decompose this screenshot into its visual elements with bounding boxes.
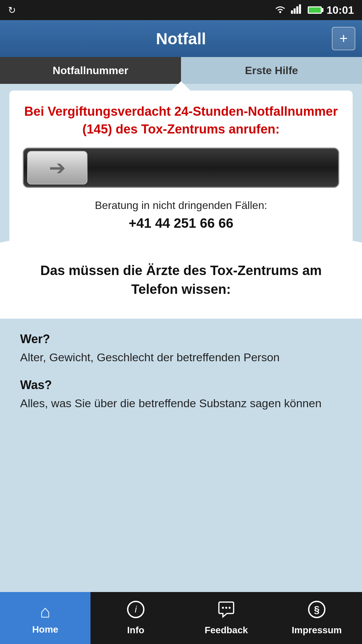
slide-handle: ➔ — [27, 151, 87, 184]
tab-bar: Notfallnummer Erste Hilfe — [0, 57, 362, 84]
alert-text: Bei Vergiftungsverdacht 24-Stunden-Notfa… — [23, 103, 339, 138]
nav-item-impressum[interactable]: § Impressum — [272, 592, 362, 644]
app-header: Notfall + — [0, 20, 362, 57]
list-item: Wer? Alter, Gewicht, Geschlecht der betr… — [20, 332, 342, 366]
plus-icon: + — [340, 32, 348, 46]
arrow-right-icon: ➔ — [49, 156, 66, 179]
svg-rect-1 — [291, 10, 293, 14]
svg-rect-2 — [294, 8, 296, 14]
info-icon: i — [127, 601, 144, 622]
home-icon: ⌂ — [40, 601, 50, 622]
nav-label-impressum: Impressum — [292, 625, 342, 636]
status-left: ↻ — [8, 5, 16, 16]
nav-item-feedback[interactable]: Feedback — [181, 592, 272, 644]
list-item-question: Wer? — [20, 332, 342, 346]
info-list: Wer? Alter, Gewicht, Geschlecht der betr… — [0, 319, 362, 437]
status-bar: ↻ 10:01 — [0, 0, 362, 20]
svg-point-9 — [229, 607, 231, 609]
svg-text:i: i — [135, 604, 137, 614]
wifi-icon — [274, 4, 286, 16]
bottom-nav: ⌂ Home i Info Feedback § — [0, 592, 362, 644]
svg-point-8 — [225, 607, 227, 609]
tab-notfallnummer[interactable]: Notfallnummer — [0, 57, 181, 84]
feedback-icon — [218, 601, 235, 622]
nav-label-feedback: Feedback — [204, 625, 248, 636]
svg-rect-3 — [296, 6, 298, 14]
svg-point-0 — [279, 11, 281, 13]
battery-icon — [308, 6, 322, 14]
call-slide-button[interactable]: ➔ — [23, 148, 339, 188]
refresh-icon: ↻ — [8, 5, 16, 16]
tox-info-title: Das müssen die Ärzte des Tox-Zentrums am… — [20, 261, 342, 299]
list-item-question: Was? — [20, 378, 342, 392]
status-right: 10:01 — [274, 4, 354, 16]
nav-label-home: Home — [32, 624, 58, 635]
advisory-phone: +41 44 251 66 66 — [23, 216, 339, 231]
svg-text:§: § — [314, 604, 320, 615]
emergency-card: Bei Vergiftungsverdacht 24-Stunden-Notfa… — [9, 91, 353, 244]
status-time: 10:01 — [326, 4, 354, 16]
list-item-answer: Alter, Gewicht, Geschlecht der betreffen… — [20, 349, 342, 366]
signal-icon — [291, 4, 303, 16]
svg-point-7 — [222, 607, 224, 609]
list-item: Was? Alles, was Sie über die betreffende… — [20, 378, 342, 412]
tab-erste-hilfe[interactable]: Erste Hilfe — [181, 57, 362, 84]
nav-item-home[interactable]: ⌂ Home — [0, 592, 90, 644]
list-item-answer: Alles, was Sie über die betreffende Subs… — [20, 395, 342, 412]
nav-item-info[interactable]: i Info — [90, 592, 181, 644]
tox-info-section: Das müssen die Ärzte des Tox-Zentrums am… — [0, 248, 362, 319]
add-button[interactable]: + — [332, 27, 355, 50]
main-content: Bei Vergiftungsverdacht 24-Stunden-Notfa… — [0, 91, 362, 437]
header-title: Notfall — [156, 30, 206, 48]
advisory-text: Beratung in nicht dringenden Fällen: — [23, 198, 339, 213]
impressum-icon: § — [308, 601, 325, 622]
svg-rect-4 — [299, 4, 301, 14]
nav-label-info: Info — [127, 625, 144, 636]
